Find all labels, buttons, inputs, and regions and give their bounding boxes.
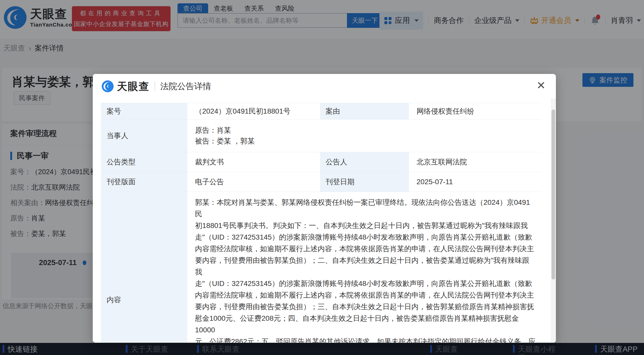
page: 天眼查 TianYanCha.com 都在用的商业查询工具 国家中小企业发展子基… <box>0 0 644 355</box>
table-label-publish-date: 刊登日期 <box>320 172 410 192</box>
table-label-case-number: 案号 <box>101 103 188 120</box>
party-plaintiff: 原告：肖某 <box>195 125 231 136</box>
table-value-publish-layout: 电子公告 <box>188 172 320 192</box>
table-value-announcement-type: 裁判文书 <box>188 152 320 172</box>
table-value-case-number: （2024）京0491民初18801号 <box>188 103 320 120</box>
modal-title: 法院公告详情 <box>160 81 211 92</box>
table-label-parties: 当事人 <box>101 120 188 152</box>
table-label-announcer: 公告人 <box>320 152 410 172</box>
court-announcement-modal: 天眼查 法院公告详情 ✕ 案号 （2024）京0491民初18801号 案由 网… <box>93 74 556 343</box>
modal-scrollbar-thumb[interactable] <box>552 109 555 280</box>
table-value-content: 郭某：本院对肖某与娄某、郭某网络侵权责任纠纷一案已审理终结。现依法向你公告送达（… <box>188 192 541 342</box>
table-value-parties: 原告：肖某 被告：娄某 ，郭某 <box>188 120 541 152</box>
modal-header: 天眼查 法院公告详情 ✕ <box>93 74 556 99</box>
divider <box>155 81 155 91</box>
table-value-cause: 网络侵权责任纠纷 <box>410 103 541 120</box>
table-value-announcer: 北京互联网法院 <box>410 152 541 172</box>
announcement-table: 案号 （2024）京0491民初18801号 案由 网络侵权责任纠纷 当事人 原… <box>101 103 541 342</box>
table-value-publish-date: 2025-07-11 <box>410 172 541 192</box>
tianyancha-logo-icon <box>101 80 114 92</box>
close-icon[interactable]: ✕ <box>537 80 546 91</box>
table-label-announcement-type: 公告类型 <box>101 152 188 172</box>
party-defendant: 被告：娄某 ，郭某 <box>195 136 255 147</box>
table-label-cause: 案由 <box>320 103 410 120</box>
table-label-publish-layout: 刊登版面 <box>101 172 188 192</box>
modal-brand: 天眼查 <box>117 79 149 94</box>
table-label-content: 内容 <box>101 192 188 342</box>
modal-scrollbar-track[interactable] <box>551 99 556 343</box>
